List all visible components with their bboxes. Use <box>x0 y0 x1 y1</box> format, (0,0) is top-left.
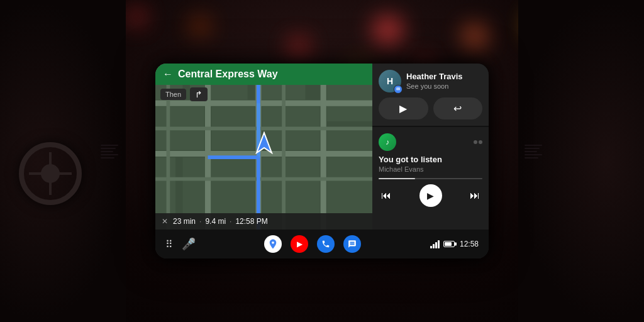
music-dot <box>474 140 477 144</box>
music-dot <box>479 140 482 144</box>
turn-arrow-icon: ← <box>163 69 173 80</box>
bokeh-light <box>374 16 402 45</box>
street-name: Central Express Way <box>178 69 278 80</box>
then-label: Then <box>160 89 186 100</box>
avatar: H ✉ <box>379 70 401 92</box>
eta-distance: 9.4 mi <box>205 217 226 226</box>
speaker-grill <box>525 145 543 158</box>
bokeh-light <box>193 19 207 33</box>
music-progress-fill <box>379 178 415 179</box>
message-sender-name: Heather Travis <box>406 72 482 82</box>
battery-icon <box>443 241 455 247</box>
close-route-icon[interactable]: ✕ <box>162 217 168 226</box>
map-section[interactable]: ← Central Express Way Then ↱ ✕ <box>155 64 372 230</box>
steering-wheel <box>19 142 82 205</box>
message-preview: See you soon <box>406 82 482 91</box>
message-app-badge: ✉ <box>394 85 402 94</box>
current-position-arrow <box>255 131 273 157</box>
message-card: H ✉ Heather Travis See you soon ▶ ↩ <box>372 64 489 126</box>
music-track-title: You got to listen <box>379 155 482 164</box>
next-track-button[interactable]: ⏭ <box>467 187 482 204</box>
next-turn-icon: ↱ <box>190 87 208 101</box>
message-header: H ✉ Heather Travis See you soon <box>379 70 482 92</box>
music-card: ♪ You got to listen Michael Evans ⏮ <box>372 127 489 230</box>
left-dashboard <box>0 0 126 322</box>
next-turn-bar: Then ↱ <box>160 87 208 101</box>
steering-spoke <box>49 152 52 195</box>
taskbar-right: 12:58 <box>430 240 479 248</box>
taskbar-center-apps: ▶ <box>264 235 361 253</box>
microphone-icon[interactable]: 🎤 <box>182 237 196 251</box>
youtube-music-icon[interactable]: ▶ <box>291 235 308 253</box>
taskbar: ⠿ 🎤 ▶ <box>155 230 489 258</box>
right-dashboard <box>518 0 644 322</box>
speaker-grill <box>101 145 119 158</box>
spotify-icon: ♪ <box>379 133 396 151</box>
eta-bar: ✕ 23 min · 9.4 mi · 12:58 PM <box>155 213 372 230</box>
play-message-button[interactable]: ▶ <box>379 97 428 119</box>
bokeh-light <box>464 26 486 48</box>
eta-minutes: 23 min <box>173 217 196 226</box>
play-pause-button[interactable]: ▶ <box>419 184 442 207</box>
eta-arrival-time: 12:58 PM <box>235 217 267 226</box>
main-content-area: ← Central Express Way Then ↱ ✕ <box>155 64 489 230</box>
messages-app-icon[interactable] <box>343 235 361 253</box>
music-header: ♪ <box>379 133 482 151</box>
screen-content: ← Central Express Way Then ↱ ✕ <box>155 64 489 258</box>
clock-display: 12:58 <box>460 240 479 248</box>
eta-separator-2: · <box>230 217 231 226</box>
android-auto-screen: ← Central Express Way Then ↱ ✕ <box>155 64 489 258</box>
apps-grid-icon[interactable]: ⠿ <box>165 238 173 250</box>
bokeh-light <box>290 38 308 56</box>
reply-message-button[interactable]: ↩ <box>433 97 483 119</box>
taskbar-left: ⠿ 🎤 <box>165 237 196 251</box>
maps-app-icon[interactable] <box>264 235 282 253</box>
signal-strength-icon <box>430 240 440 248</box>
navigation-instruction-bar: ← Central Express Way <box>155 64 372 85</box>
eta-separator: · <box>199 217 201 226</box>
music-controls: ⏮ ▶ ⏭ <box>379 184 482 207</box>
phone-app-icon[interactable] <box>317 235 335 253</box>
bokeh-light <box>129 9 144 25</box>
message-actions: ▶ ↩ <box>379 97 482 119</box>
music-progress-bar[interactable] <box>379 178 482 179</box>
prev-track-button[interactable]: ⏮ <box>379 187 394 204</box>
music-artist-name: Michael Evans <box>379 165 482 173</box>
message-info: Heather Travis See you soon <box>406 72 482 91</box>
right-panel: H ✉ Heather Travis See you soon ▶ ↩ <box>372 64 489 230</box>
svg-marker-22 <box>257 133 272 153</box>
